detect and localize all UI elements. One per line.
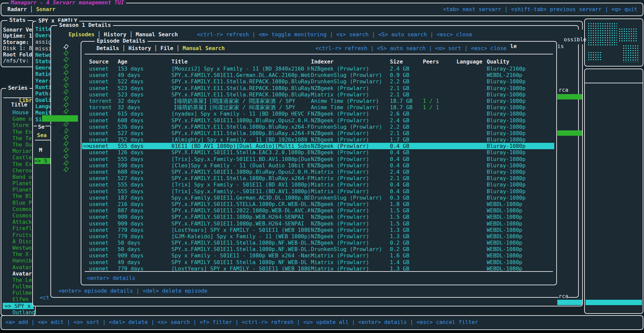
release-row[interactable]: usenet615 days[nyadex] Spy x Family - 11… xyxy=(82,111,554,117)
release-row[interactable]: usenet887 daysSPY.x.FAMILY.S01E11.2022.1… xyxy=(82,207,554,214)
tab-radarr[interactable]: Radarr xyxy=(7,6,27,12)
release-row[interactable]: usenet527 daysSPY.x.FAMILY.E11.Stella.10… xyxy=(82,130,554,136)
release-row[interactable]: usenet752 days[Almighty] Spy x Family - … xyxy=(82,136,554,143)
monitor-toggle[interactable] xyxy=(64,63,69,70)
series-item[interactable]: The Exo xyxy=(3,161,34,167)
release-row[interactable]: usenet50 daysSPY.x.FAMILY.S01E11.Stella.… xyxy=(82,240,554,246)
tab-sonarr[interactable]: Sonarr xyxy=(36,6,55,12)
series-item[interactable]: Avatar: xyxy=(3,264,34,270)
monitor-row-selected[interactable]: => xyxy=(42,115,78,122)
release-row[interactable]: usenet526 daysSPY.x.FAMILY.E11.Stella.10… xyxy=(82,124,554,130)
release-row[interactable]: usenet555 days[Trix].Spy.x.Family.-.S01E… xyxy=(82,188,554,195)
monitor-toggle[interactable] xyxy=(64,166,69,173)
release-row[interactable]: usenet555 days[Trix].Spy.x.Family-S01E11… xyxy=(82,156,554,162)
series-item[interactable]: => SPY x F xyxy=(3,303,34,309)
series-item[interactable]: Storm o xyxy=(3,122,34,128)
series-item[interactable]: Firefly xyxy=(3,225,34,232)
series-item[interactable]: Hanniba xyxy=(3,257,34,264)
series-item[interactable]: Moriart xyxy=(3,148,34,154)
monitor-toggle[interactable] xyxy=(64,140,69,147)
release-quality: Bluray-1080p xyxy=(487,98,551,104)
series-item[interactable]: Planet xyxy=(3,180,34,186)
tab-episodes[interactable]: Episodes xyxy=(69,31,94,38)
release-row[interactable]: usenet523 daysSPY.x.FAMILY.E11.Stella.RE… xyxy=(82,91,554,98)
series-item[interactable]: The X-F xyxy=(3,251,34,257)
series-item[interactable]: The Leg xyxy=(3,277,34,283)
monitor-toggle[interactable] xyxy=(64,89,69,95)
monitor-toggle[interactable] xyxy=(64,76,69,82)
release-row[interactable]: usenet779 days[LostYears] SPY x FAMILY -… xyxy=(82,227,554,233)
series-item[interactable]: Cosmos xyxy=(3,206,34,212)
monitor-toggle[interactable] xyxy=(64,82,69,89)
series-item[interactable]: Castle xyxy=(3,154,34,161)
tab-manual-search[interactable]: Manual Search xyxy=(136,31,178,38)
tab-history[interactable]: History xyxy=(128,45,151,51)
series-item[interactable]: The Out xyxy=(3,141,34,148)
series-item[interactable]: House o xyxy=(3,109,34,116)
release-row[interactable]: usenet909 daysSPY.x.FAMILY.S01E11.1080p.… xyxy=(82,220,554,227)
release-row[interactable]: usenet590 days[Cleo]Spy x Family - 11 (D… xyxy=(82,162,554,169)
series-item[interactable]: Outland xyxy=(3,309,34,316)
series-item[interactable]: Avatar: xyxy=(3,270,34,277)
tab-manual-search[interactable]: Manual Search xyxy=(183,45,225,51)
series-item[interactable]: Attack xyxy=(3,219,34,225)
series-item[interactable]: Planet xyxy=(3,186,34,193)
release-row[interactable]: usenet779 days[GJM-Kaleido] Spy x Family… xyxy=(82,233,554,240)
release-row[interactable]: usenet555 days[Trix] Spy x Family - S01E… xyxy=(82,181,554,188)
monitor-toggle[interactable] xyxy=(64,56,69,63)
monitor-toggle[interactable] xyxy=(64,102,69,108)
tab-file[interactable]: File xyxy=(160,45,173,51)
release-title: 【喵萌奶茶屋】[間諜過家家 / 間諜家家酒 / SPY xyxy=(171,98,310,104)
series-item[interactable]: Band of xyxy=(3,174,34,180)
monitor-toggle[interactable] xyxy=(64,134,69,140)
release-row[interactable]: =>usenet555 days01E11 (BD AV1 1080p)[Dua… xyxy=(82,143,554,149)
monitor-toggle[interactable] xyxy=(64,153,69,160)
series-item[interactable]: Game of xyxy=(3,116,34,122)
series-item[interactable]: The Blu xyxy=(3,193,34,199)
release-row[interactable]: torrent32 days【喵萌奶茶屋】[間諜過家家 / 間諜家家酒 / SP… xyxy=(82,98,554,104)
series-item[interactable]: The Enf xyxy=(3,129,34,135)
release-row[interactable]: torrent32 days【喵萌奶茶屋】[间谍过家家 / 间谍家家酒 / SP… xyxy=(82,104,554,111)
series-item[interactable]: Fruits xyxy=(3,232,34,238)
release-row[interactable]: usenet187 daysSpy.x.Family.S01E11.German… xyxy=(82,195,554,201)
series-item[interactable]: Elfen L xyxy=(3,296,34,302)
series-item[interactable]: Blue Pl xyxy=(3,200,34,206)
release-row[interactable]: usenet126 daysSPY.X.FAMILY.S01E11.Stella… xyxy=(82,149,554,156)
series-panel-title: Series xyxy=(6,85,30,91)
release-row[interactable]: usenet527 daysSPY.x.FAMILY.E11.Stella.10… xyxy=(82,175,554,181)
release-row[interactable]: usenet523 daysSPY.x.FAMILY.E11.Stella.RE… xyxy=(82,85,554,91)
series-item[interactable]: The Ter xyxy=(3,135,34,141)
monitor-toggle[interactable] xyxy=(64,160,69,166)
tab-details[interactable]: Details xyxy=(96,45,119,51)
release-row[interactable]: usenet522 daysSPY.x.FAMILY.E11.Stella.RE… xyxy=(82,78,554,85)
release-row[interactable]: usenet49 daysSPY x FAMILY S01E11 Stella … xyxy=(82,259,554,265)
app-title: Managarr - A Servarr management TUI xyxy=(9,0,126,6)
series-item[interactable]: Chernob xyxy=(3,167,34,174)
series-item[interactable]: Cosmos xyxy=(3,212,34,219)
release-age: 752 days xyxy=(118,136,155,143)
monitor-toggle[interactable] xyxy=(64,44,69,50)
release-row[interactable]: usenet153 days[Moozzi2] Spy x Family - 1… xyxy=(82,66,554,72)
monitor-toggle[interactable] xyxy=(64,108,69,115)
release-row[interactable]: usenet608 daysSPY.x.FAMILY.S01E11.1080p.… xyxy=(82,117,554,124)
release-row[interactable]: usenet608 daysSPY.x.FAMILY.S01E11.1080p.… xyxy=(82,169,554,175)
monitor-toggle[interactable] xyxy=(64,147,69,153)
series-item[interactable]: Westwor xyxy=(3,245,34,251)
release-source: usenet xyxy=(89,162,116,169)
release-indexer: Miatrix (Prowlarr) xyxy=(311,181,389,188)
release-source: usenet xyxy=(89,156,116,162)
monitor-toggle[interactable] xyxy=(64,95,69,102)
release-row[interactable]: usenet49 daysSPY.x.FAMILY.S01E11.German.… xyxy=(82,72,554,78)
monitor-toggle[interactable] xyxy=(64,121,69,127)
release-row[interactable]: usenet50 daysSPY.x.FAMILY.S01E11.Stella.… xyxy=(82,246,554,252)
monitor-toggle[interactable] xyxy=(64,70,69,76)
release-source: usenet xyxy=(89,136,116,143)
series-item[interactable]: Fullmet xyxy=(3,283,34,290)
monitor-toggle[interactable] xyxy=(64,50,69,56)
release-row[interactable]: usenet216 daysSPY.x.FAMILY.S01E11.STELLA… xyxy=(82,201,554,207)
release-row[interactable]: usenet909 daysSpy x Family - S01E11 - 10… xyxy=(82,252,554,259)
release-row[interactable]: usenet909 daysSPY.x.FAMILY.S01E11.1080p.… xyxy=(82,214,554,220)
series-item[interactable]: Fullmet xyxy=(3,290,34,296)
series-item[interactable]: A Disco xyxy=(3,238,34,245)
tab-history[interactable]: History xyxy=(104,31,126,38)
